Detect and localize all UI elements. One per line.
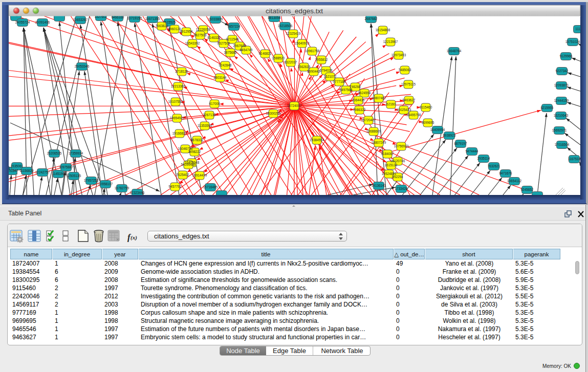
- svg-text:16409954: 16409954: [430, 128, 445, 132]
- svg-text:18495758: 18495758: [406, 113, 421, 117]
- svg-text:15640910: 15640910: [295, 41, 310, 45]
- svg-text:8813054: 8813054: [268, 16, 281, 19]
- svg-text:30975887: 30975887: [59, 165, 74, 169]
- svg-text:16782759: 16782759: [115, 186, 129, 190]
- svg-text:12325419: 12325419: [286, 32, 301, 35]
- svg-text:19384554: 19384554: [310, 138, 324, 142]
- svg-text:417006: 417006: [209, 102, 220, 105]
- svg-text:10973493: 10973493: [391, 53, 406, 57]
- svg-text:15751024: 15751024: [565, 40, 580, 43]
- svg-text:9242848: 9242848: [219, 63, 232, 67]
- svg-text:18724007: 18724007: [287, 104, 302, 107]
- svg-text:2967608: 2967608: [233, 44, 246, 48]
- svg-text:10688609: 10688609: [366, 129, 381, 133]
- svg-text:2935114: 2935114: [477, 157, 490, 160]
- svg-text:12323446: 12323446: [130, 191, 145, 194]
- svg-text:18300295: 18300295: [266, 112, 281, 115]
- svg-text:10719155: 10719155: [127, 16, 142, 20]
- svg-text:10807487: 10807487: [372, 96, 386, 100]
- svg-text:8960124: 8960124: [168, 27, 181, 31]
- svg-text:14136141: 14136141: [372, 184, 386, 187]
- svg-text:12213967: 12213967: [383, 40, 398, 43]
- svg-text:12505135: 12505135: [67, 174, 81, 178]
- svg-text:9457791: 9457791: [169, 185, 182, 188]
- svg-text:16543392: 16543392: [185, 41, 200, 45]
- svg-text:16671355: 16671355: [145, 17, 160, 20]
- svg-text:1615132: 1615132: [385, 163, 398, 167]
- svg-text:16648764: 16648764: [447, 49, 462, 53]
- svg-text:9777169: 9777169: [333, 80, 346, 83]
- svg-text:19166827: 19166827: [172, 132, 187, 135]
- svg-text:1621072: 1621072: [324, 75, 337, 78]
- svg-text:12242757: 12242757: [35, 170, 50, 174]
- svg-text:8146328: 8146328: [208, 36, 221, 39]
- svg-text:15692971: 15692971: [552, 128, 567, 132]
- svg-text:952254: 952254: [392, 175, 403, 179]
- svg-text:8938923: 8938923: [443, 134, 456, 137]
- svg-text:1535061: 1535061: [11, 164, 24, 168]
- svg-text:11156829: 11156829: [19, 169, 34, 172]
- svg-text:15720407: 15720407: [361, 118, 376, 122]
- svg-text:9129966: 9129966: [560, 54, 573, 58]
- svg-text:3624554: 3624554: [358, 91, 371, 95]
- svg-text:16120746: 16120746: [390, 159, 405, 163]
- svg-text:6794028: 6794028: [320, 69, 333, 72]
- svg-text:7663822: 7663822: [156, 24, 168, 28]
- svg-text:10756923: 10756923: [394, 144, 409, 148]
- svg-text:7625402: 7625402: [177, 173, 189, 177]
- svg-text:19218506: 19218506: [278, 24, 293, 28]
- svg-text:7515525: 7515525: [163, 20, 176, 24]
- svg-text:8990443: 8990443: [308, 70, 320, 73]
- svg-text:20091406: 20091406: [35, 20, 50, 24]
- svg-text:9827503: 9827503: [194, 33, 207, 37]
- svg-text:8322037: 8322037: [285, 60, 297, 64]
- svg-text:15716485: 15716485: [203, 185, 218, 189]
- svg-text:12093871: 12093871: [554, 83, 569, 87]
- svg-text:2364436: 2364436: [352, 98, 365, 102]
- svg-text:12444159: 12444159: [554, 99, 569, 102]
- svg-text:citations_edges.txt: citations_edges.txt: [266, 7, 323, 15]
- svg-text:9227342: 9227342: [556, 69, 569, 73]
- svg-text:2718126: 2718126: [176, 70, 188, 73]
- svg-text:9327508: 9327508: [217, 41, 230, 45]
- svg-text:(x): (x): [130, 234, 137, 241]
- svg-text:9474444: 9474444: [466, 149, 478, 153]
- svg-text:16210643: 16210643: [554, 114, 569, 117]
- svg-text:10107552: 10107552: [168, 100, 183, 103]
- svg-text:10025433: 10025433: [397, 108, 411, 112]
- svg-text:8678332: 8678332: [191, 138, 204, 142]
- svg-text:26053346: 26053346: [75, 64, 90, 68]
- svg-text:8912954: 8912954: [180, 30, 193, 33]
- svg-text:6497568: 6497568: [340, 88, 353, 92]
- svg-text:10958107: 10958107: [98, 182, 113, 186]
- svg-text:12226058: 12226058: [196, 28, 211, 31]
- svg-text:17016504: 17016504: [555, 143, 570, 146]
- svg-text:7632621: 7632621: [488, 164, 500, 168]
- svg-text:7986322: 7986322: [353, 108, 366, 112]
- svg-text:3875685: 3875685: [224, 51, 237, 54]
- svg-text:16914479: 16914479: [192, 173, 207, 177]
- svg-text:1167533: 1167533: [568, 157, 581, 161]
- svg-text:1733426: 1733426: [395, 187, 408, 190]
- svg-text:9699695: 9699695: [422, 121, 434, 124]
- svg-text:9245652: 9245652: [521, 188, 534, 191]
- svg-text:3498222: 3498222: [188, 150, 201, 154]
- svg-text:3267130: 3267130: [203, 113, 216, 117]
- svg-text:8215955: 8215955: [541, 106, 554, 110]
- svg-text:62160: 62160: [386, 102, 396, 106]
- svg-text:1145190: 1145190: [52, 172, 65, 176]
- svg-text:17957253: 17957253: [84, 179, 99, 182]
- svg-text:19654923: 19654923: [170, 116, 185, 120]
- svg-text:9857224: 9857224: [228, 25, 241, 28]
- svg-text:17359934: 17359934: [69, 151, 83, 155]
- svg-text:10961758: 10961758: [305, 49, 320, 53]
- svg-text:7955812: 7955812: [315, 58, 328, 61]
- svg-text:12975115: 12975115: [401, 82, 416, 86]
- svg-text:9211546: 9211546: [226, 37, 239, 41]
- svg-text:2687682: 2687682: [365, 17, 378, 20]
- svg-text:9463627: 9463627: [403, 98, 416, 102]
- svg-text:6879197: 6879197: [454, 142, 467, 145]
- svg-text:8454749: 8454749: [240, 48, 253, 52]
- svg-text:16033809: 16033809: [208, 17, 223, 21]
- svg-text:26206535: 26206535: [47, 151, 62, 155]
